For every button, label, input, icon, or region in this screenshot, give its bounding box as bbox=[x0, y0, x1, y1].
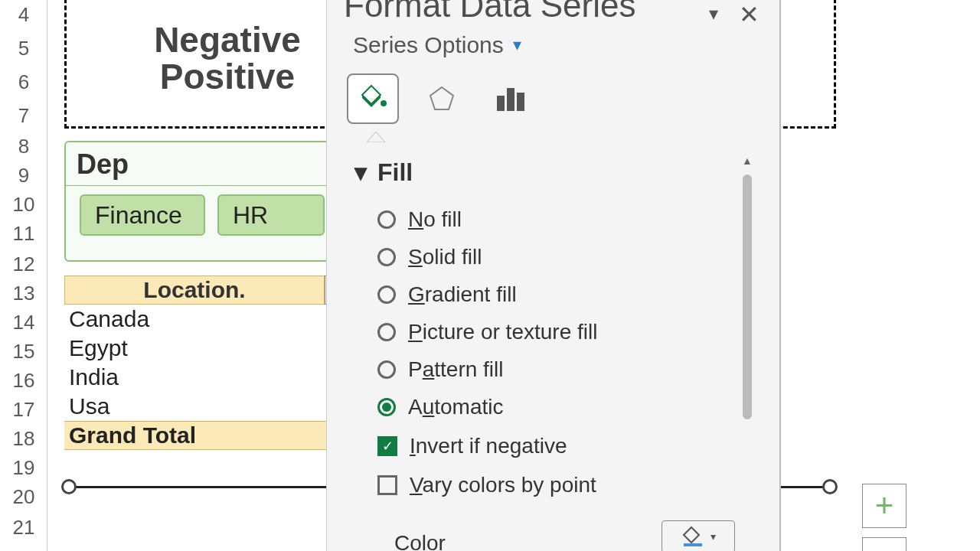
row-number[interactable]: 13 bbox=[0, 282, 47, 305]
row-number[interactable]: 11 bbox=[0, 222, 47, 246]
row-number[interactable]: 17 bbox=[0, 398, 47, 422]
slicer-separator bbox=[66, 185, 371, 186]
row-number[interactable]: 15 bbox=[0, 340, 47, 364]
series-options-label: Series Options bbox=[353, 32, 504, 58]
row-number[interactable]: 8 bbox=[0, 135, 47, 158]
close-icon[interactable]: ✕ bbox=[739, 0, 760, 29]
legend-text: Negative Positive bbox=[151, 21, 304, 96]
svg-rect-4 bbox=[684, 543, 702, 546]
tab-effects[interactable] bbox=[416, 73, 468, 124]
fill-section-header[interactable]: ▾ Fill bbox=[354, 158, 413, 187]
fill-option[interactable]: Solid fill bbox=[377, 238, 745, 276]
legend-line2: Positive bbox=[151, 58, 304, 95]
option-label: Automatic bbox=[408, 395, 504, 419]
checkbox-option[interactable]: Vary colors by point bbox=[377, 466, 745, 504]
chevron-down-icon: ▾ bbox=[513, 35, 521, 55]
pane-title: Format Data Series bbox=[344, 0, 635, 24]
svg-point-0 bbox=[381, 100, 387, 106]
radio-icon bbox=[377, 360, 396, 379]
svg-rect-2 bbox=[507, 88, 514, 111]
paint-bucket-icon bbox=[358, 83, 388, 114]
format-data-series-pane: Format Data Series ▾ ✕ Series Options ▾ bbox=[326, 0, 781, 551]
pivot-row[interactable]: Egypt bbox=[69, 334, 346, 363]
option-label: Gradient fill bbox=[408, 282, 517, 307]
svg-rect-3 bbox=[517, 93, 524, 111]
tab-series-options[interactable] bbox=[485, 73, 537, 124]
row-number[interactable]: 16 bbox=[0, 369, 47, 393]
paint-bucket-icon bbox=[681, 525, 704, 548]
row-number[interactable]: 14 bbox=[0, 311, 47, 334]
row-number[interactable]: 19 bbox=[0, 456, 47, 480]
chevron-down-icon: ▾ bbox=[354, 158, 367, 187]
fill-option[interactable]: Pattern fill bbox=[377, 350, 745, 388]
row-number[interactable]: 5 bbox=[0, 37, 47, 60]
checkbox-icon: ✓ bbox=[377, 436, 397, 456]
option-label: Vary colors by point bbox=[410, 473, 596, 497]
color-label: Color bbox=[394, 531, 446, 551]
pivot-row[interactable]: India bbox=[69, 363, 346, 392]
fill-option[interactable]: Automatic bbox=[377, 388, 745, 425]
radio-icon bbox=[377, 248, 396, 266]
option-label: Invert if negative bbox=[410, 434, 567, 458]
slicer-title: Dep bbox=[77, 148, 129, 181]
pane-tabs bbox=[347, 73, 537, 124]
option-label: Solid fill bbox=[408, 245, 482, 269]
chart-resize-handle[interactable] bbox=[61, 479, 77, 494]
option-label: No fill bbox=[408, 207, 462, 232]
tab-fill-line[interactable] bbox=[347, 73, 399, 124]
tab-pointer-icon bbox=[367, 132, 385, 142]
row-number[interactable]: 20 bbox=[0, 485, 47, 509]
worksheet-area: Negative Positive Dep Finance HR Locatio… bbox=[47, 0, 980, 551]
row-number[interactable]: 18 bbox=[0, 427, 47, 451]
slicer-item-finance[interactable]: Finance bbox=[80, 194, 205, 236]
pane-collapse-icon[interactable]: ▾ bbox=[709, 3, 718, 24]
row-number[interactable]: 10 bbox=[0, 193, 47, 217]
row-number[interactable]: 12 bbox=[0, 253, 47, 276]
radio-icon bbox=[377, 210, 396, 229]
chevron-down-icon: ▾ bbox=[710, 530, 716, 543]
fill-option[interactable]: No fill bbox=[377, 201, 745, 238]
checkbox-option[interactable]: ✓Invert if negative bbox=[377, 427, 745, 465]
radio-icon bbox=[377, 323, 396, 341]
option-label: Picture or texture fill bbox=[408, 320, 597, 344]
fill-option[interactable]: Gradient fill bbox=[377, 276, 745, 313]
fill-section-label: Fill bbox=[377, 158, 413, 187]
option-label: Pattern fill bbox=[408, 357, 504, 382]
pentagon-icon bbox=[426, 83, 457, 114]
checkbox-icon bbox=[377, 475, 397, 495]
slicer-item-hr[interactable]: HR bbox=[217, 194, 325, 236]
fill-options-list: No fillSolid fillGradient fillPicture or… bbox=[377, 201, 745, 504]
row-number[interactable]: 21 bbox=[0, 516, 47, 540]
scroll-thumb[interactable] bbox=[743, 174, 752, 419]
pivot-header[interactable]: Location. bbox=[64, 276, 325, 305]
chart-filter-button[interactable] bbox=[862, 537, 906, 551]
chart-add-button[interactable]: + bbox=[862, 484, 906, 528]
svg-rect-1 bbox=[497, 96, 505, 111]
row-number[interactable]: 9 bbox=[0, 164, 47, 187]
row-number[interactable]: 4 bbox=[0, 3, 47, 27]
bar-chart-icon bbox=[494, 83, 528, 114]
pivot-row[interactable]: Usa bbox=[69, 392, 346, 421]
pivot-row[interactable]: Canada bbox=[69, 305, 346, 334]
radio-icon bbox=[377, 285, 396, 304]
color-picker-button[interactable]: ▾ bbox=[662, 520, 735, 551]
scroll-up-icon[interactable]: ▲ bbox=[740, 153, 755, 168]
row-number[interactable]: 7 bbox=[0, 104, 47, 128]
fill-option[interactable]: Picture or texture fill bbox=[377, 313, 745, 350]
row-number-gutter: 456789101112131415161718192021 bbox=[0, 0, 47, 551]
row-number[interactable]: 6 bbox=[0, 70, 47, 94]
pane-scrollbar[interactable]: ▲ bbox=[740, 153, 755, 520]
series-options-dropdown[interactable]: Series Options ▾ bbox=[353, 32, 521, 58]
radio-icon bbox=[377, 398, 396, 416]
legend-line1: Negative bbox=[151, 21, 304, 58]
chart-resize-handle[interactable] bbox=[822, 479, 838, 494]
